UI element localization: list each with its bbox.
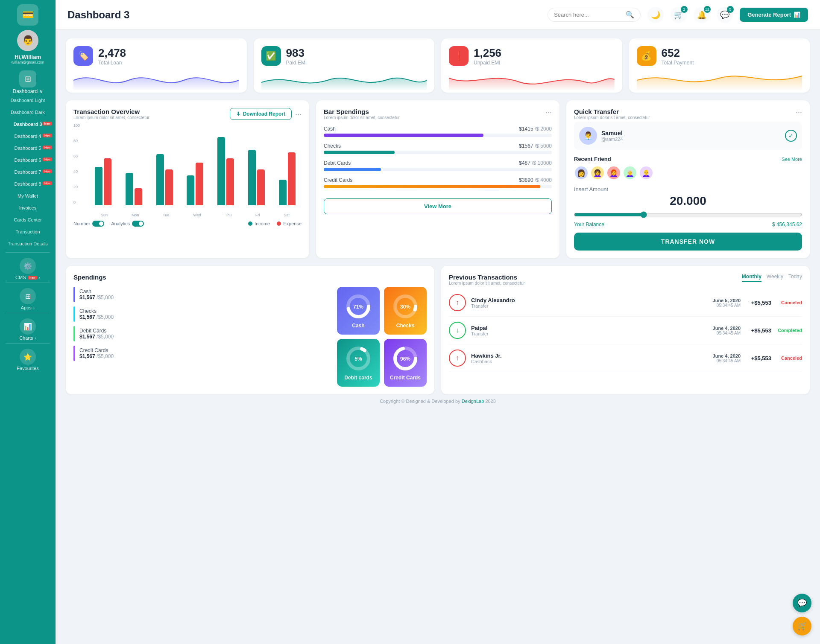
sidebar-item-dashboard-dark[interactable]: Dashboard Dark [0, 106, 56, 118]
chat-badge: 5 [727, 6, 734, 13]
bar-teal-fri [248, 150, 256, 205]
footer-year: 2023 [485, 399, 495, 404]
dashboard-icon[interactable]: ⊞ [19, 70, 36, 87]
friend-avatar-3[interactable]: 👩‍🦰 [606, 166, 621, 180]
sidebar-item-dashboard7[interactable]: Dashboard 7 New [0, 166, 56, 178]
fill-cash [324, 134, 483, 137]
bar-teal-sat [279, 180, 287, 205]
search-input[interactable] [554, 12, 622, 18]
chat-btn[interactable]: 💬 5 [717, 7, 733, 23]
bottom-row: Spendings Cash $1,567 /$5,000 [66, 266, 810, 394]
stat-card-total-payment: 💰 652 Total Payment [629, 38, 810, 93]
sidebar-label: Cards Center [14, 217, 41, 222]
tab-monthly[interactable]: Monthly [742, 274, 761, 282]
bar-group-sun [95, 158, 111, 205]
spending-amount: $487 /$ 10000 [519, 160, 552, 166]
progress-credit [324, 185, 552, 188]
fab-support[interactable]: 💬 [793, 594, 811, 612]
amount-slider[interactable] [574, 211, 802, 218]
sidebar-item-transaction[interactable]: Transaction [0, 226, 56, 238]
bar-red-sat [288, 152, 296, 205]
chevron-right-icon: › [39, 275, 40, 280]
bar-group-thu [217, 137, 234, 205]
cms-section[interactable]: CMS New › [15, 275, 40, 280]
stat-label-loan: Total Loan [98, 60, 126, 66]
sidebar-item-transaction-details[interactable]: Transaction Details [0, 238, 56, 250]
apps-icon[interactable]: ⊞ [20, 288, 36, 304]
sidebar-item-wallet[interactable]: My Wallet [0, 190, 56, 202]
apps-section[interactable]: Apps › [21, 305, 35, 310]
cms-icon[interactable]: ⚙️ [20, 258, 36, 274]
tx-overview-title: Transaction Overview [73, 108, 149, 115]
progress-checks [324, 151, 552, 154]
sidebar-item-dashboard4[interactable]: Dashboard 4 New [0, 130, 56, 142]
fab-container: 💬 🛒 [793, 594, 811, 635]
favourites-section[interactable]: Favourites [17, 366, 38, 371]
sidebar-label: Transaction Details [8, 241, 48, 246]
bar-teal-wed [187, 175, 194, 205]
charts-section[interactable]: Charts › [19, 335, 36, 341]
sidebar-item-dashboard8[interactable]: Dashboard 8 New [0, 178, 56, 190]
tab-today[interactable]: Today [788, 274, 802, 282]
color-checks [73, 306, 75, 322]
quick-transfer-more[interactable]: ··· [796, 108, 802, 117]
dashboard-dropdown[interactable]: Dashboard ∨ [12, 88, 43, 94]
sidebar-logo[interactable]: 💳 [17, 4, 38, 26]
cart-btn[interactable]: 🛒 2 [671, 7, 687, 23]
tx-info-1: Cindy Alexandro Transfer [471, 297, 708, 309]
number-toggle[interactable] [92, 221, 104, 227]
fab-cart[interactable]: 🛒 [793, 617, 811, 635]
quick-transfer-panel: Quick Transfer Lorem ipsum dolor sit ame… [566, 100, 810, 258]
sidebar-nav: Dashboard Light Dashboard Dark Dashboard… [0, 94, 56, 250]
donut-label-debit: Debit cards [344, 375, 372, 381]
analytics-toggle[interactable] [132, 221, 144, 227]
stat-card-unpaid-emi: ❗ 1,256 Unpaid EMI [441, 38, 622, 93]
svg-text:71%: 71% [353, 304, 363, 310]
color-cash [73, 287, 75, 302]
logo-icon: 💳 [22, 9, 34, 20]
new-badge: New [43, 169, 52, 173]
sidebar-item-dashboard5[interactable]: Dashboard 5 New [0, 142, 56, 154]
stat-icon-payment: 💰 [637, 46, 656, 66]
spending-row-debit: Debit Cards $487 /$ 10000 [324, 160, 552, 171]
stat-icon-loan: 🏷️ [73, 46, 93, 66]
bell-btn[interactable]: 🔔 12 [694, 7, 710, 23]
check-icon[interactable]: ✓ [785, 130, 797, 142]
search-icon[interactable]: 🔍 [626, 11, 634, 19]
sidebar-item-dashboard-light[interactable]: Dashboard Light [0, 94, 56, 106]
bar-group-mon [126, 173, 142, 205]
tab-weekly[interactable]: Weekly [767, 274, 783, 282]
stat-label-unpaid: Unpaid EMI [474, 60, 501, 66]
more-options-button[interactable]: ··· [295, 110, 302, 119]
transfer-now-button[interactable]: TRANSFER NOW [574, 233, 802, 251]
fill-debit [324, 168, 381, 171]
favourites-icon[interactable]: ⭐ [20, 349, 36, 365]
footer-brand[interactable]: DexignLab [462, 399, 484, 404]
download-report-button[interactable]: ⬇ Download Report [230, 108, 292, 120]
sidebar-item-dashboard3[interactable]: Dashboard 3 New [0, 118, 56, 130]
download-icon: ⬇ [236, 111, 240, 117]
friend-avatar-5[interactable]: 👩‍🦲 [639, 166, 653, 180]
sidebar-item-invoices[interactable]: Invoices [0, 202, 56, 214]
friend-avatar-4[interactable]: 👩‍🦳 [623, 166, 637, 180]
sidebar-item-cards[interactable]: Cards Center [0, 214, 56, 226]
bar-spendings-panel: Bar Spendings Lorem ipsum dolor sit amet… [316, 100, 559, 258]
friend-avatar-1[interactable]: 👩 [574, 166, 589, 180]
transfer-user-info: 👨‍💼 Samuel @sam224 [579, 127, 623, 145]
bar-spendings-more[interactable]: ··· [545, 108, 552, 117]
donut-debit: 5% Debit cards [337, 339, 380, 387]
sidebar-label: My Wallet [18, 193, 38, 198]
middle-row: Transaction Overview Lorem ipsum dolor s… [66, 100, 810, 258]
see-more-button[interactable]: See More [782, 157, 802, 162]
charts-icon[interactable]: 📊 [20, 318, 36, 335]
view-more-button[interactable]: View More [324, 198, 552, 214]
moon-btn[interactable]: 🌙 [647, 7, 664, 23]
sidebar-item-dashboard6[interactable]: Dashboard 6 New [0, 154, 56, 166]
expense-dot [277, 221, 281, 226]
search-bar[interactable]: 🔍 [548, 8, 641, 22]
header-right: 🔍 🌙 🛒 2 🔔 12 💬 5 Generate Report 📊 [548, 7, 808, 23]
moon-icon: 🌙 [651, 10, 660, 20]
chevron-right-icon2: › [33, 306, 35, 310]
generate-report-button[interactable]: Generate Report 📊 [740, 8, 808, 22]
friend-avatar-2[interactable]: 👩‍🦱 [590, 166, 605, 180]
